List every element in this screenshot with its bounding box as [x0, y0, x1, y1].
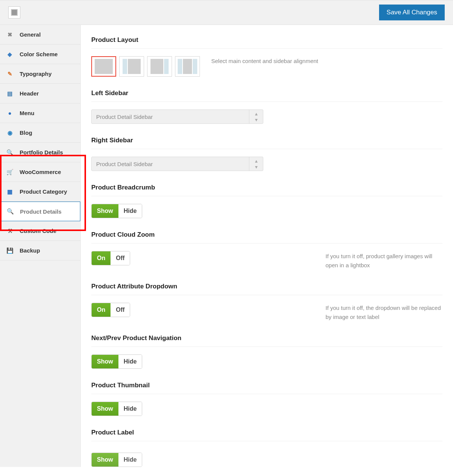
cloud-zoom-description: If you turn it off, product gallery imag…: [326, 251, 442, 270]
attribute-dropdown-toggle[interactable]: On Off: [91, 303, 130, 317]
sidebar-item-label: General: [20, 31, 41, 38]
backup-icon: 💾: [6, 247, 14, 254]
attribute-dropdown-description: If you turn it off, the dropdown will be…: [326, 303, 442, 322]
section-title: Next/Prev Product Navigation: [91, 334, 442, 342]
sidebar-item-label: Menu: [20, 110, 34, 116]
sidebar-item-product-details[interactable]: 🔍 Product Details: [0, 202, 80, 221]
font-icon: ✎: [6, 70, 14, 78]
section-cloud-zoom: Product Cloud Zoom On Off If you turn it…: [91, 231, 442, 270]
divider: [91, 48, 442, 49]
sidebar-item-menu[interactable]: ● Menu: [0, 103, 80, 123]
sidebar-item-woocommerce[interactable]: 🛒 WooCommerce: [0, 162, 80, 182]
section-title: Product Layout: [91, 36, 442, 44]
list-icon: ▦: [6, 188, 14, 196]
content-panel: Product Layout Select main content and s…: [81, 25, 453, 467]
section-label: Product Label Show Hide: [91, 429, 442, 463]
section-title: Product Attribute Dropdown: [91, 283, 442, 290]
label-toggle[interactable]: Show Hide: [91, 453, 142, 467]
sidebar-item-blog[interactable]: ◉ Blog: [0, 123, 80, 143]
layout-opt-right-sidebar[interactable]: [147, 56, 172, 77]
toggle-show[interactable]: Show: [92, 204, 118, 218]
section-left-sidebar: Left Sidebar Product Detail Sidebar ▴▾: [91, 89, 442, 124]
select-value: Product Detail Sidebar: [91, 109, 263, 124]
layout-opt-both-sidebars[interactable]: [175, 56, 200, 77]
section-product-layout: Product Layout Select main content and s…: [91, 36, 442, 77]
search-icon: 🔍: [6, 149, 14, 156]
blog-icon: ◉: [6, 129, 14, 137]
sidebar-item-label: Product Details: [20, 208, 61, 215]
section-title: Product Thumbnail: [91, 382, 442, 389]
divider: [91, 149, 442, 149]
save-all-button[interactable]: Save All Changes: [379, 5, 445, 20]
section-title: Product Cloud Zoom: [91, 231, 442, 239]
toggle-hide[interactable]: Hide: [118, 453, 142, 467]
toggle-hide[interactable]: Hide: [118, 355, 142, 368]
divider: [91, 394, 442, 394]
section-breadcrumb: Product Breadcrumb Show Hide: [91, 184, 442, 218]
divider: [91, 347, 442, 347]
sidebar-item-custom-code[interactable]: ⚒ Custom Code: [0, 221, 80, 241]
sidebar-item-backup[interactable]: 💾 Backup: [0, 241, 80, 260]
right-sidebar-select[interactable]: Product Detail Sidebar ▴▾: [91, 157, 263, 171]
toggle-show[interactable]: Show: [92, 355, 118, 368]
section-title: Right Sidebar: [91, 137, 442, 144]
next-prev-toggle[interactable]: Show Hide: [91, 354, 142, 369]
layout-options: [91, 56, 200, 77]
toggle-hide[interactable]: Hide: [118, 402, 142, 416]
toggle-on[interactable]: On: [92, 303, 111, 317]
panel-logo-icon: [8, 6, 20, 18]
sidebar-item-label: Blog: [20, 129, 32, 136]
toggle-on[interactable]: On: [92, 251, 111, 265]
thumbnail-toggle[interactable]: Show Hide: [91, 402, 142, 416]
divider: [91, 295, 442, 295]
sidebar-item-typography[interactable]: ✎ Typography: [0, 64, 80, 84]
chevron-updown-icon: ▴▾: [249, 157, 263, 171]
sidebar-item-label: Typography: [20, 71, 52, 77]
sidebar-item-label: Portfolio Details: [20, 149, 63, 156]
section-thumbnail: Product Thumbnail Show Hide: [91, 382, 442, 416]
sidebar-item-color-scheme[interactable]: ◆ Color Scheme: [0, 45, 80, 64]
layout-opt-full[interactable]: [91, 56, 116, 77]
breadcrumb-toggle[interactable]: Show Hide: [91, 204, 142, 218]
sidebar: ✖ General ◆ Color Scheme ✎ Typography ▤ …: [0, 25, 81, 467]
toggle-hide[interactable]: Hide: [118, 204, 142, 218]
menu-icon: ●: [6, 109, 14, 117]
section-attribute-dropdown: Product Attribute Dropdown On Off If you…: [91, 283, 442, 322]
sidebar-item-label: Product Category: [20, 188, 67, 195]
sidebar-item-label: Header: [20, 90, 39, 97]
sidebar-item-label: Custom Code: [20, 228, 57, 234]
header-icon: ▤: [6, 90, 14, 97]
sidebar-item-header[interactable]: ▤ Header: [0, 84, 80, 103]
section-next-prev: Next/Prev Product Navigation Show Hide: [91, 334, 442, 369]
layout-description: Select main content and sidebar alignmen…: [211, 56, 318, 64]
chevron-updown-icon: ▴▾: [249, 109, 263, 124]
sidebar-item-general[interactable]: ✖ General: [0, 25, 80, 45]
select-value: Product Detail Sidebar: [91, 157, 263, 171]
section-right-sidebar: Right Sidebar Product Detail Sidebar ▴▾: [91, 137, 442, 171]
header-bar: Save All Changes: [0, 0, 453, 25]
layout-opt-left-sidebar[interactable]: [119, 56, 144, 77]
tools-icon: ⚒: [6, 227, 14, 235]
divider: [91, 441, 442, 441]
sidebar-item-product-category[interactable]: ▦ Product Category: [0, 182, 80, 202]
search-icon: 🔍: [6, 208, 14, 215]
left-sidebar-select[interactable]: Product Detail Sidebar ▴▾: [91, 109, 263, 124]
toggle-off[interactable]: Off: [111, 251, 130, 265]
section-title: Product Breadcrumb: [91, 184, 442, 191]
divider: [91, 102, 442, 102]
sidebar-item-label: WooCommerce: [20, 169, 61, 175]
toggle-show[interactable]: Show: [92, 402, 118, 416]
sidebar-item-portfolio-details[interactable]: 🔍 Portfolio Details: [0, 143, 80, 162]
section-title: Product Label: [91, 429, 442, 436]
section-title: Left Sidebar: [91, 89, 442, 97]
toggle-show[interactable]: Show: [92, 453, 118, 467]
divider: [91, 243, 442, 243]
toggle-off[interactable]: Off: [111, 303, 130, 317]
wrench-icon: ✖: [6, 31, 14, 39]
sidebar-item-label: Backup: [20, 247, 40, 254]
sidebar-item-label: Color Scheme: [20, 51, 58, 57]
cloud-zoom-toggle[interactable]: On Off: [91, 251, 130, 265]
palette-icon: ◆: [6, 51, 14, 58]
divider: [91, 196, 442, 196]
cart-icon: 🛒: [6, 168, 14, 176]
